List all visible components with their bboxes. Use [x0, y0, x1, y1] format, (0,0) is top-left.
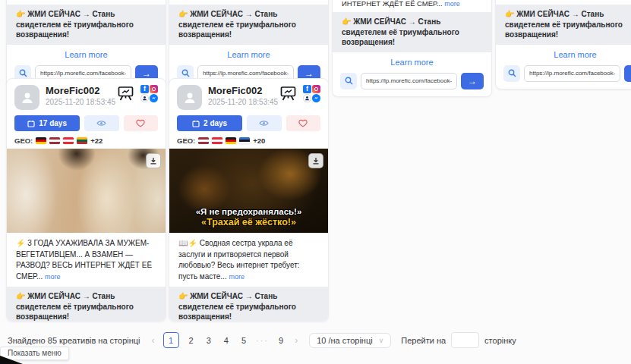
days-active-button[interactable]: 17 days — [14, 115, 80, 131]
days-active-button[interactable]: 2 days — [177, 115, 242, 131]
creative-image[interactable]: «Я не предохранялась!» «Трахай её жёстко… — [169, 149, 328, 233]
results-count: Знайдено 85 креативів на сторінці — [8, 336, 140, 345]
avatar — [177, 85, 202, 110]
ad-card-top-2: 👉 ЖМИ СЕЙЧАС → Стань свидетелем её триум… — [169, 0, 329, 89]
next-page-button[interactable]: › — [293, 335, 299, 346]
calendar-icon — [27, 120, 35, 127]
search-icon — [345, 77, 353, 85]
page-3-button[interactable]: 3 — [203, 336, 214, 345]
arrow-right-icon: → — [142, 68, 151, 79]
flag-germany-icon — [36, 137, 46, 144]
cta-text: 👉 ЖМИ СЕЙЧАС → Стань свидетелем её триум… — [7, 287, 166, 322]
card-header: MoreFic002 2025-11-20 18:53:45 f — [169, 79, 328, 113]
ad-card-1: MoreFic002 2025-11-20 18:53:45 f 17 days — [6, 78, 166, 322]
page-5-button[interactable]: 5 — [238, 336, 249, 345]
download-icon — [150, 157, 157, 165]
ad-card-2: MoreFic002 2025-11-20 18:53:45 f 2 days — [169, 78, 329, 322]
heart-icon — [136, 119, 145, 127]
instagram-icon — [150, 85, 158, 93]
messenger-icon — [312, 94, 320, 102]
geo-row: GEO: +22 — [14, 136, 158, 145]
days-label: 2 days — [203, 119, 227, 127]
messenger-icon — [150, 94, 158, 102]
overlay-line-1: «Я не предохранялась!» — [169, 207, 328, 216]
overlay-line-2: «Трахай её жёстко!» — [169, 217, 328, 228]
page-2-button[interactable]: 2 — [186, 336, 197, 345]
favorite-button[interactable] — [124, 115, 158, 131]
page-9-button[interactable]: 9 — [276, 336, 286, 345]
pages-ellipsis[interactable]: ··· — [256, 336, 269, 345]
ad-card-top-4: 👉 ЖМИ СЕЙЧАС → Стань свидетелем её триум… — [495, 0, 631, 89]
person-icon — [182, 90, 197, 105]
header-meta: MoreFic002 2025-11-20 18:53:45 — [208, 85, 279, 106]
more-link[interactable]: more — [229, 273, 245, 281]
geo-more-count[interactable]: +22 — [90, 136, 103, 145]
preview-button[interactable] — [84, 115, 118, 131]
creative-image[interactable] — [7, 149, 166, 233]
landing-url-input[interactable] — [361, 73, 457, 89]
card-header: MoreFic002 2025-11-20 18:53:45 f — [7, 79, 166, 113]
account-name[interactable]: MoreFic002 — [208, 85, 279, 96]
arrow-right-icon: → — [304, 68, 314, 79]
header-icons: f — [116, 85, 158, 102]
url-row: → — [496, 64, 631, 89]
audience-network-icon — [303, 94, 311, 102]
download-image-button[interactable] — [308, 153, 323, 168]
prev-page-button[interactable]: ‹ — [150, 335, 156, 346]
favorite-button[interactable] — [286, 115, 320, 131]
search-icon — [181, 69, 190, 77]
learn-more-link[interactable]: Learn more — [496, 50, 631, 59]
goto-page-input[interactable] — [451, 332, 479, 348]
more-link[interactable]: more — [45, 273, 61, 281]
flag-austria-icon — [212, 137, 222, 144]
teaser-tail-text: ИНТЕРНЕТ ЖДЁТ ЕЁ СМЕР... — [342, 0, 444, 8]
download-image-button[interactable] — [146, 153, 161, 168]
eye-icon — [259, 120, 269, 127]
heart-icon — [298, 119, 308, 127]
cta-text: 👉 ЖМИ СЕЙЧАС → Стань свидетелем её триум… — [169, 287, 328, 322]
facebook-icon: f — [303, 85, 311, 93]
geo-more-count[interactable]: +20 — [253, 136, 265, 145]
image-overlay-text: «Я не предохранялась!» «Трахай её жёстко… — [169, 207, 328, 228]
page-1-button[interactable]: 1 — [163, 332, 179, 348]
page-size-select[interactable]: 10 /на сторінці ∨ — [309, 333, 391, 348]
cta-text: 👉 ЖМИ СЕЙЧАС → Стань свидетелем её триум… — [333, 12, 491, 52]
presentation-chart-icon[interactable] — [116, 86, 135, 102]
creative-datetime: 2025-11-20 18:53:45 — [208, 98, 279, 106]
audience-network-icon — [140, 94, 149, 102]
calendar-icon — [192, 120, 200, 127]
preview-button[interactable] — [247, 115, 281, 131]
action-buttons: 2 days — [177, 115, 320, 131]
open-url-button[interactable]: → — [624, 65, 631, 82]
landing-url-input[interactable] — [524, 65, 620, 82]
flag-germany-icon — [226, 137, 236, 144]
page-4-button[interactable]: 4 — [221, 336, 232, 345]
days-label: 17 days — [39, 119, 67, 127]
flag-estonia-icon — [239, 137, 250, 144]
search-button[interactable] — [503, 65, 520, 82]
learn-more-link[interactable]: Learn more — [333, 58, 491, 67]
person-icon — [20, 90, 35, 105]
ad-card-top-3: ИНТЕРНЕТ ЖДЁТ ЕЁ СМЕР... more 👉 ЖМИ СЕЙЧ… — [332, 0, 492, 97]
more-link[interactable]: more — [444, 0, 460, 8]
facebook-icon: f — [140, 85, 149, 93]
cursor-wedge — [0, 356, 23, 364]
learn-more-link[interactable]: Learn more — [169, 50, 328, 59]
search-button[interactable] — [340, 73, 357, 89]
teaser-text: ⚡ 3 ГОДА УХАЖИВАЛА ЗА МУЖЕМ-ВЕГЕТАТИВЦЕМ… — [7, 233, 166, 282]
url-row: → — [333, 71, 491, 96]
learn-more-link[interactable]: Learn more — [7, 50, 166, 59]
goto-suffix-label: сторінку — [484, 336, 516, 345]
open-url-button[interactable]: → — [461, 73, 484, 89]
search-icon — [19, 69, 27, 77]
cta-text: 👉 ЖМИ СЕЙЧАС → Стань свидетелем её триум… — [496, 5, 631, 45]
header-meta: MoreFic002 2025-11-20 18:53:45 — [46, 85, 116, 106]
page-size-value: 10 /на сторінці — [317, 336, 373, 345]
presentation-chart-icon[interactable] — [279, 86, 298, 102]
teaser-text: 📖⚡ Сводная сестра украла её заслуги и пр… — [169, 233, 328, 282]
teaser-body: ⚡ 3 ГОДА УХАЖИВАЛА ЗА МУЖЕМ-ВЕГЕТАТИВЦЕМ… — [16, 239, 152, 281]
cta-text: 👉 ЖМИ СЕЙЧАС → Стань свидетелем её триум… — [7, 5, 166, 45]
account-name[interactable]: MoreFic002 — [46, 85, 116, 96]
flag-latvia-icon — [49, 137, 60, 144]
ad-spy-grid-page: 👉 ЖМИ СЕЙЧАС → Стань свидетелем её триум… — [0, 0, 631, 364]
